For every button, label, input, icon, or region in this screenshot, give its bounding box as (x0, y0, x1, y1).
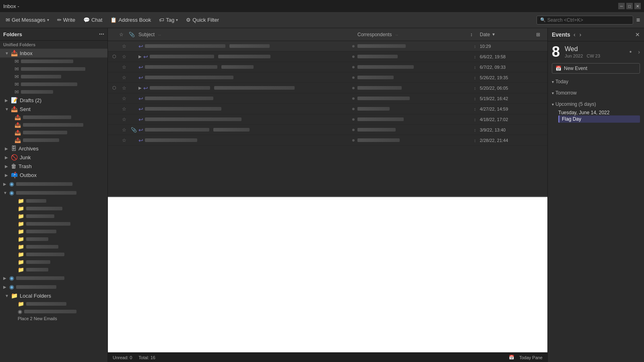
size-cell: ↕ (470, 86, 480, 90)
local-subfolder-2[interactable]: ◉ (0, 308, 107, 315)
sidebar-item-sent[interactable]: ▼ 📤 Sent (0, 105, 107, 113)
table-row[interactable]: ⬡ ☆ ▶ ↩ ↕ 6/6/22, 19:58 (108, 51, 547, 62)
star-cell[interactable]: ☆ (119, 54, 129, 60)
write-button[interactable]: ✏ Write (54, 15, 78, 25)
toolbar-menu-button[interactable]: ≡ (635, 15, 642, 25)
get-messages-button[interactable]: ✉ Get Messages ▾ (2, 15, 52, 25)
today-section: ▾ Today (548, 76, 644, 87)
folder-icon: 📁 (18, 213, 24, 219)
upcoming-section-header[interactable]: ▾ Upcoming (5 days) (552, 100, 640, 108)
table-row[interactable]: ☆ ↩ ↕ 4/27/22, 14:59 (108, 104, 547, 114)
thread-expand-button[interactable]: ▶ (138, 86, 142, 90)
events-next-button[interactable]: › (579, 31, 582, 39)
folder-icon: 📁 (18, 259, 24, 265)
sidebar-item-trash[interactable]: ▶ 🗑 Trash (0, 162, 107, 171)
date-column-header[interactable]: Date ▼ (480, 32, 536, 37)
today-pane-label[interactable]: Today Pane (519, 355, 543, 360)
size-column-header[interactable]: ↕ (470, 32, 480, 37)
sent-email-3[interactable]: 📤 (0, 129, 107, 136)
table-row[interactable]: ☆ ↩ ↕ 2/28/22, 21:44 (108, 135, 547, 146)
tomorrow-section-header[interactable]: ▾ Tomorrow (552, 89, 640, 97)
table-row[interactable]: ☆ ↩ ↕ 6/7/22, 09:33 (108, 62, 547, 72)
subfolder-5[interactable]: 📁 (0, 228, 107, 235)
events-panel: Events ‹ › ✕ 8 Wed Jun 2022 CW 23 • › 📅 … (547, 28, 644, 362)
total-status: Total: 16 (138, 355, 155, 360)
sidebar-item-junk[interactable]: ▶ 🚫 Junk (0, 153, 107, 162)
minimize-button[interactable]: ─ (618, 3, 625, 9)
inbox-email-2[interactable]: ✉ (0, 65, 107, 73)
star-cell[interactable]: ☆ (119, 85, 129, 91)
quick-filter-button[interactable]: ⚙ Quick Filter (183, 15, 222, 25)
sent-email-1[interactable]: 📤 (0, 113, 107, 121)
new-event-button[interactable]: 📅 New Event (552, 63, 640, 74)
subfolder-3[interactable]: 📁 (0, 212, 107, 220)
thread-expand-button[interactable]: ▶ (138, 54, 142, 59)
chat-button[interactable]: 💬 Chat (80, 15, 105, 25)
sidebar-item-account3[interactable]: ▶ ◉ (0, 274, 107, 282)
inbox-email-1[interactable]: ✉ (0, 58, 107, 65)
today-section-header[interactable]: ▾ Today (552, 78, 640, 86)
subject-column-header[interactable]: Subject ↔ (138, 32, 349, 37)
star-cell[interactable]: ☆ (119, 117, 129, 122)
subfolder-9[interactable]: 📁 (0, 258, 107, 266)
star-column-header[interactable]: ☆ (119, 32, 129, 37)
table-row[interactable]: ☆ ↩ ↕ 5/26/22, 19:35 (108, 72, 547, 83)
inbox-email-5[interactable]: ✉ (0, 88, 107, 96)
star-cell[interactable]: ☆ (119, 96, 129, 101)
search-input[interactable] (547, 17, 630, 23)
size-cell: ↕ (470, 107, 480, 111)
subfolder-8[interactable]: 📁 (0, 251, 107, 258)
close-button[interactable]: ✕ (634, 3, 641, 9)
sidebar-item-account1[interactable]: ▶ ◉ (0, 179, 107, 188)
subfolder-6[interactable]: 📁 (0, 235, 107, 243)
sidebar-item-account4[interactable]: ▶ ◉ (0, 282, 107, 291)
events-close-button[interactable]: ✕ (635, 31, 640, 38)
star-cell[interactable]: ☆ (119, 75, 129, 80)
sidebar-item-archives[interactable]: ▶ 🗄 Archives (0, 144, 107, 153)
search-bar[interactable]: 🔍 (537, 16, 633, 25)
subfolder-4[interactable]: 📁 (0, 220, 107, 228)
table-row[interactable]: ☆ ↩ ↕ 5/19/22, 16:42 (108, 93, 547, 104)
calendar-expand-icon[interactable]: › (638, 49, 640, 55)
local-subfolder-1[interactable]: 📁 (0, 300, 107, 308)
sidebar-item-outbox[interactable]: ▶ 📫 Outbox (0, 171, 107, 179)
sidebar-item-inbox[interactable]: ▼ 📥 Inbox (0, 49, 107, 58)
reply-icon: ↩ (138, 116, 143, 123)
star-cell[interactable]: ☆ (119, 64, 129, 70)
expand-column-header[interactable]: ⊞ (536, 32, 546, 37)
subfolder-7[interactable]: 📁 (0, 243, 107, 251)
inbox-email-3[interactable]: ✉ (0, 73, 107, 80)
events-prev-button[interactable]: ‹ (573, 31, 576, 39)
sent-email-4[interactable]: 📤 (0, 136, 107, 144)
tag-button[interactable]: 🏷 Tag ▾ (156, 15, 181, 25)
subfolder-1[interactable]: 📁 (0, 197, 107, 205)
table-row[interactable]: ☆ 📎 ↩ ↕ 3/9/22, 13:40 (108, 125, 547, 135)
folder-icon: 📁 (18, 244, 24, 250)
sidebar-item-local-folders[interactable]: ▼ 📁 Local Folders (0, 291, 107, 300)
local-subfolder-label[interactable]: Place 2 New Emails (0, 315, 107, 322)
subfolder-2[interactable]: 📁 (0, 205, 107, 212)
maximize-button[interactable]: □ (626, 3, 633, 9)
sent-email-2[interactable]: 📤 (0, 121, 107, 129)
unread-status: Unread: 0 (113, 355, 132, 360)
star-cell[interactable]: ☆ (119, 43, 129, 49)
table-row[interactable]: ☆ ↩ ↕ 4/18/22, 17:02 (108, 114, 547, 125)
table-row[interactable]: ☆ ↩ ↕ 10:29 (108, 41, 547, 51)
title-bar-controls: ─ □ ✕ (618, 3, 641, 9)
account4-icon: ◉ (9, 284, 14, 290)
calendar-dot-icon[interactable]: • (630, 48, 632, 56)
drafts-chevron-icon: ▶ (5, 98, 9, 103)
title-bar: Inbox - ─ □ ✕ (0, 0, 644, 12)
sidebar-item-account2[interactable]: ▼ ◉ (0, 188, 107, 197)
star-cell[interactable]: ☆ (119, 106, 129, 112)
star-cell[interactable]: ☆ (119, 138, 129, 143)
sidebar-item-drafts[interactable]: ▶ 📝 Drafts (2) (0, 96, 107, 105)
subfolder-10[interactable]: 📁 (0, 266, 107, 274)
attach-column-header[interactable]: 📎 (129, 32, 138, 37)
correspondents-column-header[interactable]: Correspondents ↔ (357, 32, 470, 37)
table-row[interactable]: ⬡ ☆ ▶ ↩ ↕ 5/20/22, 06:05 (108, 83, 547, 93)
inbox-email-4[interactable]: ✉ (0, 80, 107, 88)
address-book-button[interactable]: 📋 Address Book (107, 15, 154, 25)
folders-menu-button[interactable]: ··· (99, 31, 104, 38)
star-cell[interactable]: ☆ (119, 127, 129, 133)
